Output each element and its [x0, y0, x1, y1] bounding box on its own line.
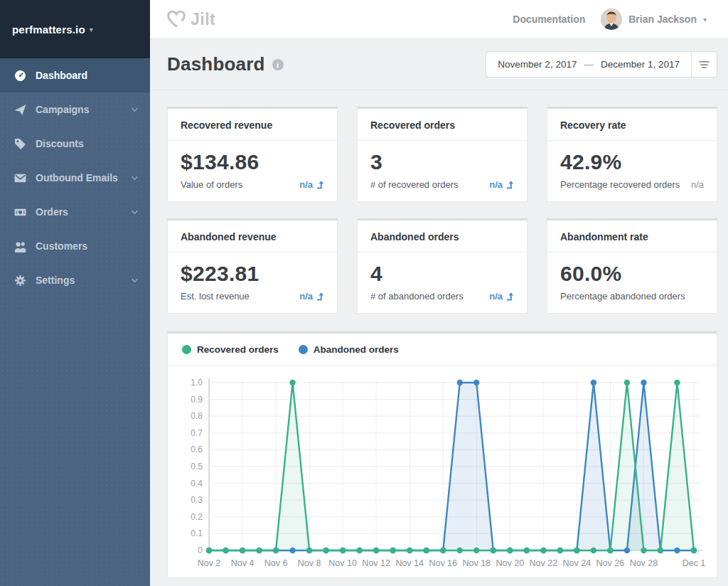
topbar: Jilt Documentation Brian Jackson ▾ [150, 0, 728, 39]
chevron-down-icon [131, 278, 139, 283]
stat-delta[interactable]: n/a [299, 179, 324, 190]
stat-value: 42.9% [560, 150, 704, 174]
page-header: Dashboard i November 2, 2017 — December … [150, 39, 728, 90]
user-name: Brian Jackson [628, 14, 697, 25]
stats-grid: Recovered revenue $134.86 Value of order… [167, 107, 717, 314]
stat-label: Est. lost revenue [181, 291, 250, 302]
stat-card-recovered-revenue: Recovered revenue $134.86 Value of order… [167, 107, 338, 202]
sidebar-item-customers[interactable]: Customers [0, 229, 150, 263]
brand-logo[interactable]: Jilt [167, 10, 215, 29]
stat-delta: n/a [691, 179, 704, 190]
date-range-picker[interactable]: November 2, 2017 — December 1, 2017 [486, 51, 717, 78]
svg-text:Nov 12: Nov 12 [362, 558, 390, 568]
svg-text:0.3: 0.3 [191, 495, 203, 505]
sidebar-item-label: Outbound Emails [36, 172, 131, 183]
svg-text:1.0: 1.0 [191, 378, 203, 388]
stat-card-recovery-rate: Recovery rate 42.9% Percentage recovered… [547, 107, 717, 202]
chevron-down-icon: ▾ [703, 16, 707, 23]
page-title: Dashboard [167, 53, 265, 75]
stat-delta[interactable]: n/a [489, 291, 514, 302]
gear-icon [14, 275, 26, 287]
envelope-icon [14, 172, 26, 184]
svg-text:Nov 28: Nov 28 [630, 558, 658, 568]
svg-text:0.9: 0.9 [191, 395, 203, 405]
legend-item-recovered: Recovered orders [182, 344, 279, 355]
info-icon[interactable]: i [272, 59, 284, 70]
sidebar-item-dashboard[interactable]: Dashboard [0, 58, 150, 92]
stat-delta[interactable]: n/a [299, 291, 324, 302]
legend-label: Abandoned orders [314, 344, 399, 355]
sidebar-item-settings[interactable]: Settings [0, 263, 150, 297]
stat-card-recovered-orders: Recovered orders 3 # of recovered orders… [357, 107, 528, 202]
svg-text:Nov 6: Nov 6 [264, 558, 288, 568]
svg-text:0.6: 0.6 [191, 444, 203, 454]
svg-text:0.2: 0.2 [191, 512, 203, 522]
svg-text:Nov 2: Nov 2 [198, 558, 221, 568]
svg-text:Nov 20: Nov 20 [496, 558, 525, 568]
account-name: perfmatters.io [12, 23, 85, 36]
chart-area: 00.10.20.30.40.50.60.70.80.91.0Nov 2Nov … [168, 366, 717, 577]
stat-value: 60.0% [560, 262, 704, 286]
stat-card-abandoned-revenue: Abandoned revenue $223.81 Est. lost reve… [167, 218, 338, 314]
stat-label: # of abandoned orders [370, 291, 464, 302]
date-range-end: December 1, 2017 [601, 59, 680, 70]
documentation-link[interactable]: Documentation [513, 14, 585, 25]
svg-text:Nov 4: Nov 4 [231, 558, 255, 568]
stat-label: Value of orders [181, 179, 242, 190]
svg-text:0: 0 [198, 545, 203, 555]
stat-value: $134.86 [181, 150, 324, 174]
sidebar-item-label: Customers [36, 240, 139, 252]
app-window: perfmatters.io ▾ Dashboard Campaigns [0, 0, 728, 586]
level-up-icon [316, 180, 324, 189]
legend-dot-recovered [182, 345, 191, 354]
account-switcher[interactable]: perfmatters.io ▾ [0, 0, 150, 58]
legend-dot-abandoned [299, 345, 308, 354]
brand-name: Jilt [191, 10, 215, 29]
sidebar-item-campaigns[interactable]: Campaigns [0, 92, 150, 127]
level-up-icon [316, 292, 324, 301]
stat-value: 3 [370, 150, 514, 174]
legend-label: Recovered orders [197, 344, 279, 355]
stat-label: Percentage recovered orders [560, 179, 680, 190]
orders-line-chart[interactable]: 00.10.20.30.40.50.60.70.80.91.0Nov 2Nov … [175, 371, 710, 575]
date-range-start: November 2, 2017 [498, 59, 577, 70]
svg-text:Nov 8: Nov 8 [298, 558, 321, 568]
dashboard-icon [14, 70, 26, 82]
svg-text:Nov 16: Nov 16 [429, 558, 457, 568]
sidebar-item-label: Campaigns [36, 104, 131, 115]
chevron-down-icon [131, 210, 139, 215]
main-area: Jilt Documentation Brian Jackson ▾ Dashb… [150, 0, 728, 586]
chevron-down-icon [131, 107, 139, 112]
sidebar-item-discounts[interactable]: Discounts [0, 127, 150, 161]
level-up-icon [505, 180, 514, 189]
users-icon [14, 240, 26, 252]
level-up-icon [505, 292, 514, 301]
stat-delta[interactable]: n/a [489, 179, 514, 190]
stat-title: Recovered orders [358, 109, 527, 141]
stat-label: # of recovered orders [370, 179, 459, 190]
paper-plane-icon [14, 104, 26, 116]
svg-text:0.4: 0.4 [191, 479, 203, 489]
sidebar-item-label: Discounts [36, 138, 139, 149]
filter-lines-icon [699, 60, 710, 69]
chevron-down-icon: ▾ [90, 26, 93, 33]
stat-card-abandonment-rate: Abandonment rate 60.0% Percentage abando… [547, 218, 717, 314]
svg-text:Nov 18: Nov 18 [462, 558, 491, 568]
svg-text:0.8: 0.8 [191, 411, 203, 421]
date-filter-button[interactable] [691, 52, 717, 77]
orders-chart-card: Recovered orders Abandoned orders 00.10.… [167, 331, 717, 578]
svg-text:Nov 26: Nov 26 [596, 558, 625, 568]
stat-card-abandoned-orders: Abandoned orders 4 # of abandoned orders… [357, 218, 528, 314]
stat-label: Percentage abandoned orders [560, 291, 685, 302]
stat-title: Abandoned revenue [168, 220, 337, 252]
user-menu[interactable]: Brian Jackson ▾ [601, 9, 707, 30]
sidebar: perfmatters.io ▾ Dashboard Campaigns [0, 0, 150, 586]
chevron-down-icon [131, 176, 139, 181]
sidebar-item-orders[interactable]: Orders [0, 195, 150, 229]
date-range-separator: — [584, 59, 594, 70]
sidebar-item-outbound-emails[interactable]: Outbound Emails [0, 161, 150, 195]
svg-text:Nov 10: Nov 10 [328, 558, 357, 568]
stat-title: Recovery rate [547, 109, 717, 141]
sidebar-item-label: Orders [36, 206, 131, 218]
tag-icon [14, 138, 26, 150]
